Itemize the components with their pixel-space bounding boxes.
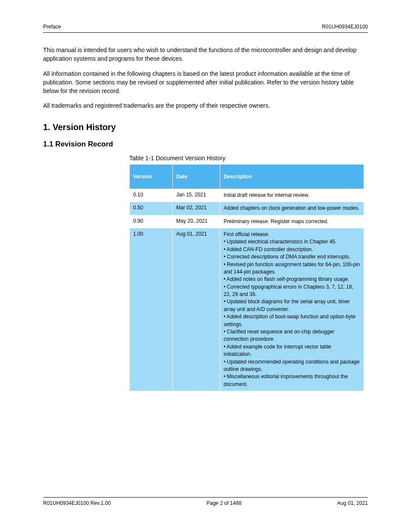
table-cell: Aug 01, 2021 [173,228,220,391]
page-footer: R01UH0934EJ0100 Rev.1.00 Page 2 of 1488 … [43,497,368,506]
intro-block: This manual is intended for users who wi… [43,46,368,110]
table-row: 0.90May 20, 2021Preliminary release. Reg… [130,215,364,228]
table-row: 0.50Mar 02, 2021Added chapters on clock … [130,202,364,215]
table-cell: Jan 15, 2021 [173,189,220,202]
table-row: 1.00Aug 01, 2021First official release.•… [130,228,364,391]
header-right: R01UH0934EJ0100 [322,24,368,30]
table-cell: 0.90 [130,215,173,228]
table-cell: First official release.• Updated electri… [220,228,364,391]
table-cell: May 20, 2021 [173,215,220,228]
version-history-table: Version Date Description 0.10Jan 15, 202… [129,164,364,391]
intro-paragraph: This manual is intended for users who wi… [43,46,368,63]
table-cell: Initial draft release for internal revie… [220,189,364,202]
table-cell: Mar 02, 2021 [173,202,220,215]
table-header-row: Version Date Description [130,164,364,189]
page-header: Preface R01UH0934EJ0100 [43,24,368,33]
table-cell: 1.00 [130,228,173,391]
table-caption: Table 1-1 Document Version History [129,155,364,162]
footer-page-number: Page 2 of 1488 [111,500,337,506]
table-cell: Preliminary release. Register maps corre… [220,215,364,228]
table-cell: Added chapters on clock generation and l… [220,202,364,215]
intro-paragraph: All trademarks and registered trademarks… [43,101,368,110]
footer-right: Aug 01, 2021 [337,500,368,506]
header-left: Preface [43,24,61,30]
intro-paragraph: All information contained in the followi… [43,69,368,96]
table-header-cell: Description [220,164,364,189]
table-header-cell: Version [130,164,173,189]
subsection-heading: 1.1 Revision Record [43,140,368,149]
table-row: 0.10Jan 15, 2021Initial draft release fo… [130,189,364,202]
section-heading: 1. Version History [43,122,368,132]
table-header-cell: Date [173,164,220,189]
table-cell: 0.50 [130,202,173,215]
table-cell: 0.10 [130,189,173,202]
footer-left: R01UH0934EJ0100 Rev.1.00 [43,500,111,506]
